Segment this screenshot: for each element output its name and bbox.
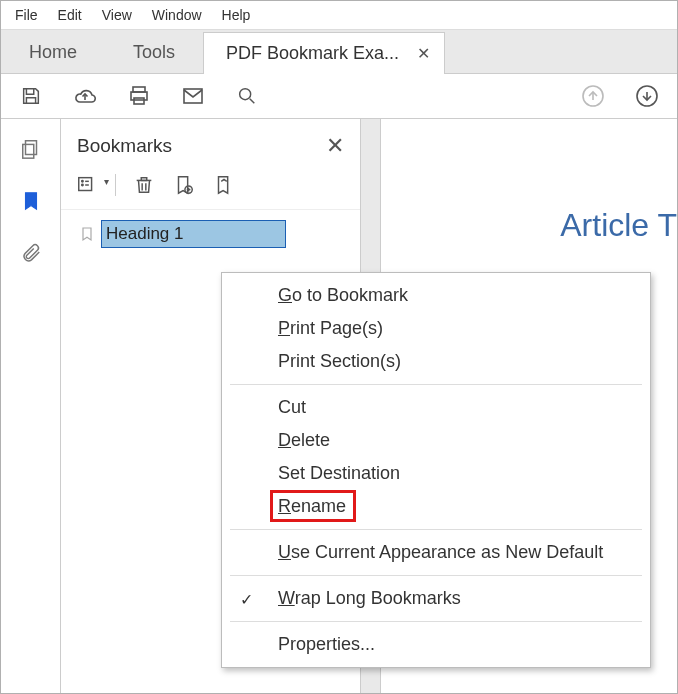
- context-cut[interactable]: Cut: [222, 391, 650, 424]
- context-separator: [230, 529, 642, 530]
- svg-rect-7: [25, 141, 36, 155]
- bookmarks-tree: Heading 1: [61, 210, 360, 252]
- svg-point-10: [82, 181, 83, 182]
- context-print-pages[interactable]: Print Page(s): [222, 312, 650, 345]
- attachments-icon[interactable]: [19, 241, 43, 265]
- menu-edit[interactable]: Edit: [48, 3, 92, 27]
- menu-bar: File Edit View Window Help: [1, 1, 677, 30]
- up-arrow-circle-icon[interactable]: [581, 84, 605, 108]
- new-bookmark-icon[interactable]: [172, 173, 196, 197]
- save-icon[interactable]: [19, 84, 43, 108]
- trash-icon[interactable]: [132, 173, 156, 197]
- menu-help[interactable]: Help: [212, 3, 261, 27]
- context-delete[interactable]: Delete: [222, 424, 650, 457]
- check-icon: ✓: [240, 590, 253, 609]
- menu-window[interactable]: Window: [142, 3, 212, 27]
- menu-view[interactable]: View: [92, 3, 142, 27]
- print-icon[interactable]: [127, 84, 151, 108]
- svg-point-4: [240, 89, 251, 100]
- down-arrow-circle-icon[interactable]: [635, 84, 659, 108]
- menu-file[interactable]: File: [5, 3, 48, 27]
- tab-close-icon[interactable]: ✕: [417, 44, 430, 63]
- left-rail: [1, 119, 61, 693]
- bookmark-label[interactable]: Heading 1: [101, 220, 286, 248]
- context-separator: [230, 575, 642, 576]
- bookmark-glyph-icon: [79, 225, 95, 243]
- bookmarks-icon[interactable]: [19, 189, 43, 213]
- context-rename[interactable]: Rename: [222, 490, 650, 523]
- svg-rect-2: [134, 98, 144, 104]
- email-icon[interactable]: [181, 84, 205, 108]
- document-heading: Article T: [551, 207, 677, 244]
- app-window: File Edit View Window Help Home Tools PD…: [0, 0, 678, 694]
- svg-rect-9: [79, 178, 92, 191]
- context-separator: [230, 621, 642, 622]
- context-separator: [230, 384, 642, 385]
- svg-rect-8: [22, 144, 33, 158]
- bookmarks-header: Bookmarks ✕: [61, 119, 360, 169]
- separator: [115, 174, 116, 196]
- options-icon[interactable]: ▾: [75, 173, 99, 197]
- zoom-icon[interactable]: [235, 84, 259, 108]
- context-properties[interactable]: Properties...: [222, 628, 650, 661]
- tab-home[interactable]: Home: [1, 30, 105, 73]
- svg-point-12: [82, 184, 83, 185]
- tab-bar: Home Tools PDF Bookmark Exa... ✕: [1, 30, 677, 74]
- bookmarks-toolbar: ▾: [61, 169, 360, 210]
- context-use-current-appearance[interactable]: Use Current Appearance as New Default: [222, 536, 650, 569]
- toolbar: [1, 74, 677, 119]
- context-go-to-bookmark[interactable]: Go to Bookmark: [222, 279, 650, 312]
- pages-icon[interactable]: [19, 137, 43, 161]
- context-menu: Go to Bookmark Print Page(s) Print Secti…: [221, 272, 651, 668]
- tab-document-title: PDF Bookmark Exa...: [226, 43, 399, 64]
- cloud-upload-icon[interactable]: [73, 84, 97, 108]
- context-wrap-long-bookmarks[interactable]: ✓Wrap Long Bookmarks: [222, 582, 650, 615]
- tab-tools[interactable]: Tools: [105, 30, 203, 73]
- bookmark-structure-icon[interactable]: [212, 173, 236, 197]
- context-set-destination[interactable]: Set Destination: [222, 457, 650, 490]
- bookmarks-title: Bookmarks: [77, 135, 172, 157]
- bookmark-item[interactable]: Heading 1: [79, 220, 356, 248]
- close-icon[interactable]: ✕: [326, 133, 344, 159]
- context-print-sections[interactable]: Print Section(s): [222, 345, 650, 378]
- tab-document[interactable]: PDF Bookmark Exa... ✕: [203, 32, 445, 74]
